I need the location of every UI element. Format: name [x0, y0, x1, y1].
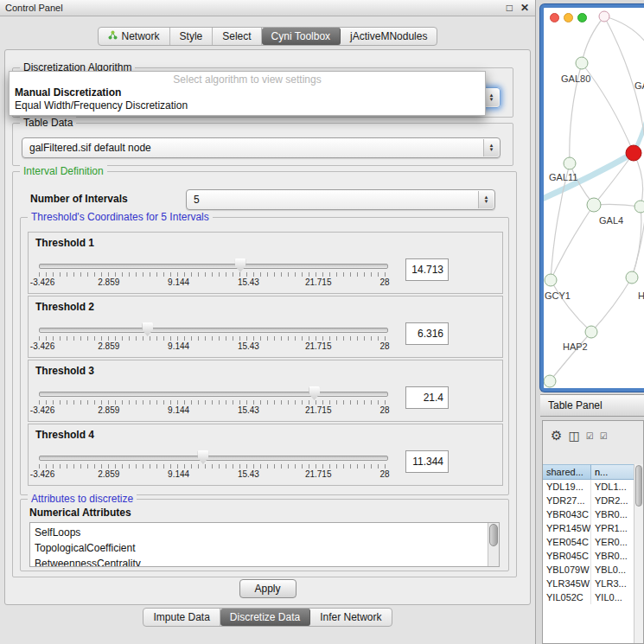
table-header-row: shared... n...: [543, 464, 643, 480]
cell[interactable]: YBR045C: [543, 549, 591, 563]
cell[interactable]: YDL19...: [543, 480, 591, 494]
scale-label: 15.43: [238, 341, 259, 351]
tab-discretize-data[interactable]: Discretize Data: [220, 609, 310, 626]
scale-label: 2.859: [98, 405, 119, 415]
network-node-selected-red[interactable]: [626, 145, 641, 161]
network-node-gal80[interactable]: [576, 57, 588, 69]
dropdown-option-manual-discretization[interactable]: Manual Discretization: [10, 86, 485, 99]
columns-icon[interactable]: ◫: [568, 429, 579, 443]
tab-discretize-label: Discretize Data: [230, 611, 300, 623]
table-row[interactable]: YIL052CYIL0...: [543, 590, 643, 604]
scale-label: 2.859: [98, 469, 119, 479]
scale-label: 9.144: [168, 277, 189, 287]
minimize-light-icon[interactable]: [564, 13, 573, 22]
scale-label: 21.715: [305, 341, 332, 351]
threshold-1-value-field[interactable]: [405, 258, 449, 281]
threshold-3-value-field[interactable]: [405, 386, 449, 409]
table-row[interactable]: YBL079WYBL0...: [543, 563, 643, 577]
combo-arrows-icon: ▲ ▼: [483, 139, 499, 156]
tab-style[interactable]: Style: [170, 28, 214, 45]
slider-thumb[interactable]: [235, 258, 246, 272]
threshold-3-panel: Threshold 3 -3.4262.8599.14415.4321.7152…: [28, 360, 503, 422]
slider-scale: -3.4262.8599.14415.4321.71528: [39, 341, 388, 352]
scale-label: 21.715: [305, 469, 332, 479]
slider-thumb[interactable]: [142, 322, 153, 336]
slider-thumb[interactable]: [309, 386, 320, 400]
network-node-gal4[interactable]: [587, 198, 601, 212]
slider-ticks: [39, 336, 388, 341]
scale-label: 9.144: [168, 405, 189, 415]
tab-cyni-toolbox[interactable]: Cyni Toolbox: [262, 28, 341, 45]
number-of-intervals-label: Number of Intervals: [30, 193, 128, 205]
apply-button[interactable]: Apply: [239, 579, 296, 598]
float-window-icon[interactable]: □: [507, 0, 513, 16]
top-tabbar: Network Style Select Cyni Toolbox jActiv…: [0, 27, 535, 46]
threshold-coordinates-title: Threshold's Coordinates for 5 Intervals: [28, 211, 213, 223]
scale-label: 28: [379, 469, 389, 479]
threshold-2-value-field[interactable]: [405, 322, 449, 345]
close-window-icon[interactable]: ✕: [520, 0, 529, 16]
scale-label: 28: [379, 405, 389, 415]
scale-label: 21.715: [305, 277, 332, 287]
scrollbar-thumb[interactable]: [489, 524, 498, 546]
zoom-light-icon[interactable]: [577, 13, 587, 22]
tab-select-label: Select: [222, 30, 251, 42]
cell[interactable]: YPR145W: [543, 521, 591, 535]
dropdown-option-equal-width[interactable]: Equal Width/Frequency Discretization: [10, 99, 485, 112]
network-node[interactable]: [634, 201, 644, 213]
checkbox-icon[interactable]: ☑: [586, 431, 594, 441]
cell[interactable]: YLR345W: [543, 577, 591, 590]
slider-track[interactable]: [39, 456, 388, 461]
cell[interactable]: YBR043C: [543, 507, 591, 521]
table-row[interactable]: YPR145WYPR1...: [543, 521, 643, 535]
threshold-3-label: Threshold 3: [35, 365, 94, 377]
scale-label: 28: [379, 277, 389, 287]
tab-impute-data[interactable]: Impute Data: [143, 609, 220, 626]
slider-track[interactable]: [39, 264, 388, 269]
number-of-intervals-combobox[interactable]: 5 ▲ ▼: [186, 189, 495, 210]
dropdown-placeholder-item[interactable]: Select algorithm to view settings: [10, 73, 485, 86]
checkbox-icon[interactable]: ☑: [600, 431, 608, 441]
network-node[interactable]: [599, 11, 609, 22]
tab-select[interactable]: Select: [213, 28, 261, 45]
network-node-hap2[interactable]: [585, 326, 597, 338]
network-canvas[interactable]: GAL80 GA GAL11 GAL4 GCY1 H HAP2: [544, 8, 644, 388]
slider-thumb[interactable]: [197, 450, 208, 464]
tab-jactivemnodules[interactable]: jActiveMNodules: [341, 28, 437, 45]
table-data-combobox[interactable]: galFiltered.sif default node ▲ ▼: [22, 137, 501, 158]
table-row[interactable]: YER054CYER0...: [543, 535, 643, 549]
scrollbar-thumb[interactable]: [635, 465, 642, 507]
threshold-1-slider: -3.4262.8599.14415.4321.71528: [39, 264, 388, 288]
slider-track[interactable]: [39, 392, 388, 397]
list-scrollbar[interactable]: [488, 523, 499, 566]
table-row[interactable]: YDR27...YDR2...: [543, 494, 643, 507]
network-edges: [544, 8, 644, 388]
table-row[interactable]: YBR045CYBR0...: [543, 549, 643, 563]
list-item[interactable]: TopologicalCoefficient: [30, 540, 499, 556]
down-arrow-icon: ▼: [489, 98, 494, 102]
cell[interactable]: YIL052C: [543, 590, 591, 604]
table-row[interactable]: YDL19...YDL1...: [543, 480, 643, 494]
cell[interactable]: YDR27...: [543, 494, 591, 507]
network-node-gal11[interactable]: [564, 157, 576, 169]
threshold-4-value-field[interactable]: [405, 450, 449, 473]
cell[interactable]: YBL079W: [543, 563, 591, 577]
cell[interactable]: YER054C: [543, 535, 591, 549]
table-toolbar: ⚙ ◫ ☑ ☑: [543, 421, 643, 450]
table-scrollbar[interactable]: [634, 464, 643, 643]
gear-icon[interactable]: ⚙: [551, 428, 562, 443]
table-row[interactable]: YLR345WYLR3...: [543, 577, 643, 590]
tab-network[interactable]: Network: [99, 28, 170, 45]
network-node[interactable]: [544, 375, 556, 387]
network-node[interactable]: [626, 271, 638, 284]
slider-scale: -3.4262.8599.14415.4321.71528: [39, 405, 388, 416]
slider-track[interactable]: [39, 328, 388, 333]
table-panel-title: Table Panel: [548, 399, 603, 411]
list-item[interactable]: BetweennessCentrality: [30, 556, 499, 567]
list-item[interactable]: SelfLoops: [30, 525, 499, 540]
column-header-shared-name[interactable]: shared...: [543, 464, 591, 480]
close-light-icon[interactable]: [550, 13, 559, 22]
tab-infer-network[interactable]: Infer Network: [310, 609, 391, 626]
network-node-gcy1[interactable]: [545, 274, 557, 286]
table-row[interactable]: YBR043CYBR0...: [543, 507, 643, 521]
